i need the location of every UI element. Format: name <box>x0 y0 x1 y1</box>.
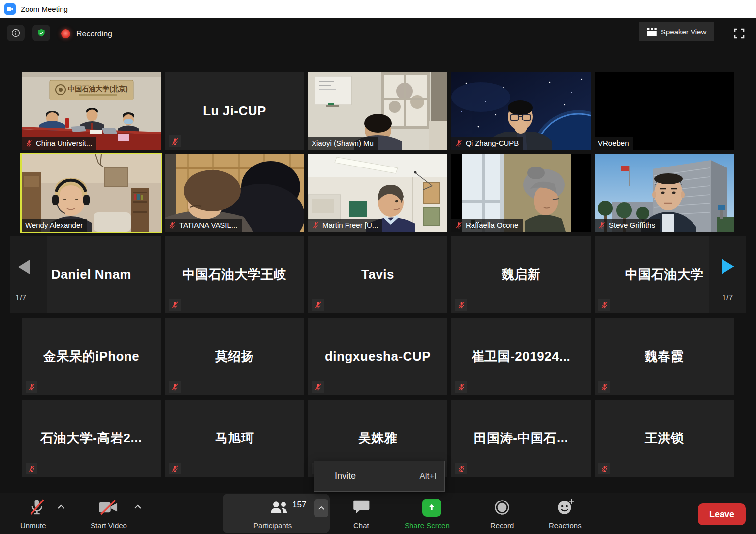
participant-tile[interactable]: VRoeben <box>595 72 734 150</box>
info-icon <box>11 28 21 38</box>
fullscreen-button[interactable] <box>731 26 747 41</box>
mic-muted-icon <box>598 463 610 474</box>
mic-muted-icon <box>312 299 324 311</box>
chat-button[interactable] <box>353 499 371 517</box>
unmute-button[interactable] <box>28 498 46 519</box>
participant-tile[interactable]: 中国石油大学王岐 <box>165 236 304 313</box>
chat-icon <box>353 499 371 515</box>
participant-tile[interactable]: Steve Griffiths <box>595 154 734 232</box>
participant-name-centered: 金呆呆的iPhone <box>22 318 161 395</box>
participants-button[interactable]: 157 Participants <box>223 494 330 533</box>
share-screen-icon <box>427 503 437 513</box>
mic-options-chevron[interactable] <box>57 504 65 509</box>
participant-tile[interactable]: Raffaella Ocone <box>451 154 591 232</box>
participant-tile[interactable]: Martin Freer [U... <box>308 154 447 232</box>
participant-name-label: Qi Zhang-CUPB <box>451 137 523 150</box>
start-video-button[interactable] <box>97 499 119 518</box>
window-titlebar: Zoom Meeting <box>0 0 756 18</box>
participant-name-label: Steve Griffiths <box>595 219 660 232</box>
participant-tile[interactable]: Qi Zhang-CUPB <box>451 72 591 150</box>
participant-name-text: Xiaoyi (Shawn) Mu <box>312 139 374 147</box>
participant-tile[interactable]: Wendy Alexander <box>22 154 161 232</box>
participants-icon <box>270 501 290 514</box>
speaker-view-icon <box>647 28 657 36</box>
mic-muted-icon <box>169 135 181 147</box>
mic-muted-icon <box>455 463 467 474</box>
participant-name-centered: 崔卫国-201924... <box>451 318 591 395</box>
participant-tile[interactable]: TATIANA VASIL... <box>165 154 304 232</box>
participant-tile[interactable]: 田国涛-中国石... <box>451 400 591 477</box>
participants-count: 157 <box>292 500 306 510</box>
unmute-label: Unmute <box>20 521 46 530</box>
participant-tile[interactable]: Tavis <box>308 236 447 313</box>
participant-tile[interactable]: 金呆呆的iPhone <box>22 318 161 395</box>
mic-muted-icon <box>26 381 37 393</box>
participant-name-centered: Tavis <box>308 236 447 313</box>
participant-name-centered: 莫绍扬 <box>165 318 304 395</box>
meeting-toolbar: Unmute Start Video 157 Participants Chat… <box>0 493 756 534</box>
participant-tile[interactable]: 中国石油大学(北京)China Universit... <box>22 72 161 150</box>
mic-muted-icon <box>25 139 33 147</box>
meeting-info-button[interactable] <box>7 25 25 41</box>
participant-tile[interactable]: 马旭珂 <box>165 400 304 477</box>
mic-muted-icon <box>168 221 176 229</box>
shield-check-icon <box>36 28 46 38</box>
participant-tile[interactable]: 崔卫国-201924... <box>451 318 591 395</box>
recording-indicator-icon <box>61 29 70 38</box>
participant-tile[interactable]: Lu Ji-CUP <box>165 72 304 150</box>
participant-name-centered: 魏春霞 <box>595 318 734 395</box>
recording-label: Recording <box>76 29 112 38</box>
participant-name-label: Wendy Alexander <box>22 219 87 232</box>
participant-tile[interactable]: 石油大学-高岩2... <box>22 400 161 477</box>
participant-name-label: Raffaella Ocone <box>451 219 523 232</box>
participant-name-text: Steve Griffiths <box>609 221 655 229</box>
participant-name-text: Qi Zhang-CUPB <box>466 139 519 147</box>
participant-name-text: Wendy Alexander <box>25 221 83 229</box>
mic-muted-icon <box>598 221 606 229</box>
participant-name-text: VRoeben <box>598 139 629 147</box>
fullscreen-icon <box>733 28 745 39</box>
record-button[interactable] <box>494 499 510 518</box>
participant-name-centered: 魏启新 <box>451 236 591 313</box>
participant-tile[interactable]: 莫绍扬 <box>165 318 304 395</box>
speaker-view-button[interactable]: Speaker View <box>639 22 714 41</box>
next-page-button[interactable]: 1/7 <box>709 236 746 313</box>
invite-shortcut: Alt+I <box>420 471 437 481</box>
reactions-button[interactable] <box>556 498 575 518</box>
participants-label: Participants <box>253 521 292 530</box>
participant-tile[interactable]: 魏启新 <box>451 236 591 313</box>
mic-muted-icon <box>169 463 181 474</box>
chevron-right-icon <box>722 259 734 274</box>
invite-label: Invite <box>335 471 356 481</box>
participant-name-centered: 田国涛-中国石... <box>451 400 591 477</box>
participant-name-centered: dingxuesha-CUP <box>308 318 447 395</box>
previous-page-button[interactable]: 1/7 <box>10 236 47 313</box>
participant-name-label: Martin Freer [U... <box>308 219 382 232</box>
mic-muted-icon <box>455 139 463 147</box>
participant-grid: 中国石油大学(北京)China Universit...Lu Ji-CUPXia… <box>22 72 734 477</box>
participant-tile[interactable]: 王洪锁 <box>595 400 734 477</box>
participant-tile[interactable]: 魏春霞 <box>595 318 734 395</box>
encryption-shield-button[interactable] <box>32 25 50 41</box>
invite-menu-item[interactable]: Invite Alt+I <box>314 461 445 492</box>
share-screen-button[interactable] <box>422 499 441 517</box>
mic-muted-icon <box>26 463 37 474</box>
participant-tile[interactable]: Xiaoyi (Shawn) Mu <box>308 72 447 150</box>
leave-button[interactable]: Leave <box>698 503 746 525</box>
mic-muted-icon <box>455 381 467 393</box>
mic-muted-icon <box>455 299 467 311</box>
mic-muted-icon <box>598 381 610 393</box>
camera-off-icon <box>97 499 119 516</box>
participant-tile[interactable]: dingxuesha-CUP <box>308 318 447 395</box>
mic-muted-icon <box>598 299 610 311</box>
participant-name-centered: Lu Ji-CUP <box>165 72 304 150</box>
video-options-chevron[interactable] <box>134 504 142 509</box>
participant-name-centered: 王洪锁 <box>595 400 734 477</box>
participant-name-label: China Universit... <box>22 137 96 150</box>
participants-options-chevron[interactable] <box>314 499 328 517</box>
mic-muted-icon <box>169 299 181 311</box>
zoom-app-icon <box>4 3 16 15</box>
svg-text:中国石油大学(北京): 中国石油大学(北京) <box>68 85 127 93</box>
participant-name-text: TATIANA VASIL... <box>179 221 237 229</box>
record-label: Record <box>490 521 514 530</box>
